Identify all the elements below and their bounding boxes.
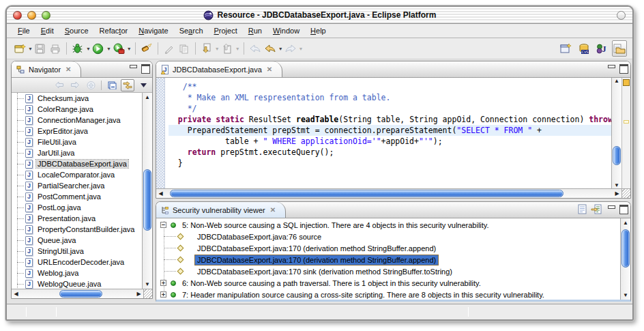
goto-source-button[interactable] xyxy=(591,204,602,214)
occurrence-marker[interactable] xyxy=(624,120,629,124)
editor-maximize-button[interactable] xyxy=(619,64,627,71)
editor-horizontal-scrollbar[interactable]: ◀ ▶ xyxy=(156,188,630,198)
code-line[interactable]: return prepStmt.executeQuery(); xyxy=(169,147,611,158)
scroll-left-icon[interactable]: ◀ xyxy=(12,289,20,298)
code-line[interactable]: private static ResultSet readTable(Strin… xyxy=(169,114,611,125)
navigator-file-row[interactable]: JWeblog.java xyxy=(12,268,152,278)
scroll-down-icon[interactable]: ▼ xyxy=(621,291,630,300)
navigator-file-row[interactable]: JChecksum.java xyxy=(12,93,152,104)
close-window-button[interactable] xyxy=(13,11,22,20)
security-vscroll-thumb[interactable] xyxy=(621,229,630,268)
search-button[interactable] xyxy=(139,40,154,57)
back-button[interactable] xyxy=(263,40,278,57)
editor-minimize-button[interactable] xyxy=(607,64,615,71)
navigator-tab[interactable]: Navigator ✕ xyxy=(12,61,81,77)
menu-item-edit[interactable]: Edit xyxy=(35,25,59,37)
code-line[interactable]: } xyxy=(169,158,611,169)
editor-tab-close-icon[interactable]: ✕ xyxy=(267,66,272,73)
menu-item-search[interactable]: Search xyxy=(174,25,209,37)
nav-up-button[interactable] xyxy=(84,79,98,91)
vulnerability-group-row[interactable]: +7: Header manipulation source causing a… xyxy=(156,289,620,300)
navigator-file-row[interactable]: JLocaleComparator.java xyxy=(12,169,152,180)
navigator-file-row[interactable]: JFileUtil.java xyxy=(12,136,152,147)
toolbar-toggle-button[interactable] xyxy=(617,11,626,20)
menu-item-file[interactable]: File xyxy=(12,25,35,37)
annotation-summary-marker[interactable] xyxy=(623,79,630,86)
vulnerability-object-row[interactable]: JDBCDatabaseExport.java:76 source xyxy=(156,231,620,242)
debug-dropdown[interactable]: ▼ xyxy=(86,46,91,51)
menu-item-window[interactable]: Window xyxy=(267,25,305,37)
code-area[interactable]: /** * Make an XML respresentation from a… xyxy=(165,78,611,188)
title-bar[interactable]: Resource - JDBCDatabaseExport.java - Ecl… xyxy=(7,7,632,24)
zoom-window-button[interactable] xyxy=(42,11,50,20)
navigator-resize-grip[interactable] xyxy=(143,289,152,298)
vulnerability-group-row[interactable]: +6: Non-Web source causing a path traver… xyxy=(156,277,620,289)
forward-button[interactable] xyxy=(283,40,298,57)
cvs-perspective-button[interactable]: CVS xyxy=(576,40,591,57)
navigator-vertical-scrollbar[interactable]: ▲ ▼ xyxy=(142,93,152,289)
editor-resize-grip[interactable] xyxy=(621,189,630,198)
last-edit-location-button[interactable] xyxy=(248,40,263,57)
navigator-file-row[interactable]: JExprEditor.java xyxy=(12,126,152,136)
vulnerability-object-row[interactable]: JDBCDatabaseExport.java:170 (derivation … xyxy=(156,242,620,254)
expand-icon[interactable]: + xyxy=(160,280,166,286)
navigator-file-row[interactable]: JPartialSearcher.java xyxy=(12,180,152,191)
code-line[interactable]: */ xyxy=(169,103,611,114)
view-menu-button[interactable] xyxy=(136,79,150,91)
editor-vertical-scrollbar[interactable]: ▲ ▼ xyxy=(611,78,621,188)
navigator-tab-close-icon[interactable]: ✕ xyxy=(65,66,71,73)
security-maximize-button[interactable] xyxy=(619,205,627,212)
navigator-file-row[interactable]: JQueue.java xyxy=(12,235,152,246)
menu-item-refactor[interactable]: Refactor xyxy=(94,25,134,37)
vulnerability-object-row[interactable]: JDBCDatabaseExport.java:170 sink (deriva… xyxy=(156,265,620,277)
resource-perspective-button[interactable] xyxy=(612,40,627,57)
save-button[interactable] xyxy=(33,40,48,57)
navigator-file-row[interactable]: JJarUtil.java xyxy=(12,147,152,158)
editor-left-ruler[interactable] xyxy=(156,78,165,188)
minimize-window-button[interactable] xyxy=(27,11,36,20)
editor-vscroll-thumb[interactable] xyxy=(613,146,621,165)
new-wizard-button[interactable] xyxy=(12,40,27,57)
navigator-file-row[interactable]: JPostComment.java xyxy=(12,191,152,202)
previous-annotation-button[interactable] xyxy=(220,40,235,57)
external-tools-button[interactable] xyxy=(111,40,126,57)
previous-annotation-dropdown[interactable]: ▼ xyxy=(235,46,240,51)
navigator-horizontal-scrollbar[interactable]: ◀ ▶ xyxy=(12,289,152,298)
code-line[interactable]: table + " WHERE applicationOid='"+appOid… xyxy=(169,136,611,147)
open-perspective-button[interactable] xyxy=(559,40,574,57)
forward-dropdown[interactable]: ▼ xyxy=(299,46,304,51)
menu-item-project[interactable]: Project xyxy=(209,25,243,37)
debug-button[interactable] xyxy=(70,40,85,57)
navigator-minimize-button[interactable] xyxy=(129,64,136,71)
menu-item-navigate[interactable]: Navigate xyxy=(133,25,173,37)
run-dropdown[interactable]: ▼ xyxy=(106,46,111,51)
navigator-vscroll-thumb[interactable] xyxy=(143,169,151,231)
scroll-down-icon[interactable]: ▼ xyxy=(143,280,152,289)
navigator-file-row[interactable]: JPresentation.java xyxy=(12,213,152,224)
navigator-file-row[interactable]: JJDBCDatabaseExport.java xyxy=(12,158,152,169)
editor-hscroll-thumb[interactable] xyxy=(170,190,564,197)
navigator-file-row[interactable]: JConnectionManager.java xyxy=(12,115,152,126)
external-tools-dropdown[interactable]: ▼ xyxy=(127,46,132,51)
scroll-down-icon[interactable]: ▼ xyxy=(612,182,621,188)
code-line[interactable]: /** xyxy=(169,81,611,92)
report-button[interactable] xyxy=(578,204,587,214)
menu-item-help[interactable]: Help xyxy=(305,25,332,37)
scroll-right-icon[interactable]: ▶ xyxy=(613,189,621,198)
scroll-up-icon[interactable]: ▲ xyxy=(143,93,152,102)
last-edit-pencil-button[interactable] xyxy=(162,40,177,57)
security-viewer-tab[interactable]: Security vulnerability viewer ✕ xyxy=(156,202,286,218)
run-button[interactable] xyxy=(91,40,106,57)
security-viewer-tab-close-icon[interactable]: ✕ xyxy=(270,206,276,214)
new-wizard-dropdown[interactable]: ▼ xyxy=(28,46,33,51)
scroll-up-icon[interactable]: ▲ xyxy=(612,78,621,84)
navigator-file-row[interactable]: JPostLog.java xyxy=(12,202,152,213)
navigator-file-row[interactable]: JStringUtil.java xyxy=(12,246,152,257)
next-annotation-button[interactable] xyxy=(199,40,214,57)
code-line[interactable]: * Make an XML respresentation from a tab… xyxy=(169,92,611,103)
collapse-icon[interactable]: − xyxy=(160,222,166,228)
vulnerability-group-row[interactable]: −5: Non-Web source causing a SQL injecti… xyxy=(156,219,620,231)
navigator-file-row[interactable]: JWeblogQueue.java xyxy=(12,278,152,289)
scroll-left-icon[interactable]: ◀ xyxy=(156,189,165,198)
security-vertical-scrollbar[interactable]: ▲ ▼ xyxy=(620,218,630,300)
